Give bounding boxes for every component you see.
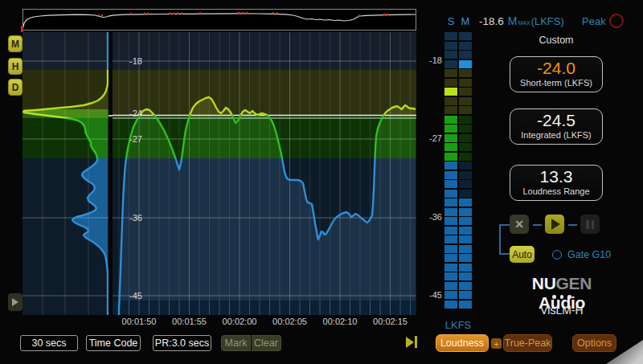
short-term-readout[interactable]: -24.0 Short-term (LKFS)	[510, 56, 603, 92]
play-button[interactable]	[545, 215, 564, 234]
meter-segment	[459, 208, 472, 216]
meter-segment	[444, 291, 457, 299]
meter-segment	[444, 125, 457, 133]
meter-segment	[459, 272, 472, 280]
time-label: 00:02:00	[223, 317, 257, 326]
meter-segment	[444, 88, 457, 96]
play-icon	[12, 298, 18, 306]
time-window-button[interactable]: 30 secs	[20, 335, 78, 351]
pause-button[interactable]	[580, 215, 600, 234]
practical-range-button[interactable]: PR:3.0 secs	[153, 335, 211, 351]
meter-segment	[444, 116, 457, 124]
meter-segment	[444, 171, 457, 179]
meter-segment	[444, 254, 457, 262]
overview-waveform	[23, 10, 416, 30]
mode-button-distribution[interactable]: D	[8, 79, 23, 96]
peak-indicator-lamp[interactable]	[609, 14, 624, 28]
histogram-plot	[23, 32, 109, 315]
meter-segment	[459, 88, 472, 96]
meter-segment	[459, 69, 472, 77]
connector-line	[499, 224, 510, 226]
connector-line	[499, 253, 510, 255]
loudness-overview-strip[interactable]	[23, 9, 416, 31]
meter-segment	[444, 51, 457, 59]
mark-button[interactable]: Mark	[221, 335, 251, 351]
meter-segment	[444, 272, 457, 280]
loudness-range-readout[interactable]: 13.3 Loudness Range	[510, 165, 603, 201]
meter-segment	[444, 282, 457, 290]
auto-button[interactable]: Auto	[510, 246, 534, 263]
scroll-resume-button[interactable]	[8, 293, 23, 311]
meter-scale-label: -18	[420, 55, 442, 65]
history-plot: -18-24-27-36-45	[113, 32, 416, 315]
meter-segment	[444, 227, 457, 235]
reset-button[interactable]: ✕	[510, 215, 529, 234]
level-label: -36	[129, 213, 142, 223]
meter-segment	[459, 162, 472, 170]
play-icon	[551, 219, 560, 230]
meter-segment	[444, 162, 457, 170]
meter-segment	[459, 106, 472, 114]
short-term-label: Short-term (LKFS)	[510, 78, 602, 88]
meter-segment	[459, 97, 472, 105]
meter-segment	[459, 51, 472, 59]
integrated-readout[interactable]: -24.5 Integrated (LKFS)	[510, 108, 603, 145]
gate-radio-button[interactable]	[552, 250, 562, 260]
meter-segment	[444, 106, 457, 114]
meter-segment	[459, 134, 472, 142]
mmax-value: -18.6	[479, 15, 504, 27]
level-label: -18	[129, 56, 142, 66]
meter-segment	[459, 153, 472, 161]
plus-button[interactable]: +	[491, 338, 502, 349]
meter-segment	[444, 301, 457, 309]
level-label: -24	[129, 108, 142, 118]
triangle-icon	[406, 337, 414, 348]
loudness-tab-button[interactable]: Loudness	[436, 334, 489, 352]
connector-line	[499, 224, 501, 255]
pause-icon	[586, 220, 589, 229]
loudness-distribution-histogram[interactable]	[23, 32, 109, 315]
meter-segment	[444, 69, 457, 77]
loudness-range-value: 13.3	[510, 166, 602, 186]
meter-segment	[459, 291, 472, 299]
connector-line	[568, 224, 577, 226]
meter-segment	[459, 254, 472, 262]
meter-scale-label: -45	[420, 290, 442, 300]
peak-label: Peak	[582, 15, 606, 27]
meter-column-label-s: S	[444, 15, 457, 27]
meter-column-label-m: M	[459, 15, 472, 27]
pause-icon	[592, 220, 595, 229]
mode-button-momentary[interactable]: M	[8, 35, 23, 52]
meter-segment	[459, 171, 472, 179]
meter-segment	[459, 60, 472, 68]
timecode-button[interactable]: Time Code	[86, 335, 141, 351]
vislm-plugin-window: M H D -18-24-27-36-45 00:01:5000:01:5500…	[0, 0, 643, 364]
clear-button[interactable]: Clear	[252, 335, 281, 351]
meter-segment	[459, 79, 472, 87]
meter-unit-label: LKFS	[441, 319, 475, 331]
true-peak-tab-button[interactable]: True-Peak	[503, 334, 552, 352]
connector-line	[533, 224, 542, 226]
meter-segment	[459, 116, 472, 124]
mode-button-history[interactable]: H	[8, 58, 23, 75]
loudness-history-graph[interactable]: -18-24-27-36-45	[113, 32, 416, 315]
meter-segment	[444, 42, 457, 50]
meter-segment	[444, 32, 457, 40]
mmax-unit: (LKFS)	[531, 15, 564, 27]
preset-name[interactable]: Custom	[516, 35, 596, 46]
time-label: 00:02:10	[323, 317, 358, 326]
meter-segment	[459, 198, 472, 207]
meter-segment	[444, 190, 457, 198]
logo-gen: GEN	[556, 274, 592, 292]
options-button[interactable]: Options	[572, 334, 616, 352]
meter-segment	[459, 282, 472, 290]
level-label: -27	[129, 134, 142, 144]
meter-segment	[444, 60, 457, 68]
meter-segment	[459, 125, 472, 133]
meter-segment	[459, 143, 472, 151]
meter-segment	[444, 79, 457, 87]
skip-to-end-icon[interactable]	[406, 336, 417, 348]
time-label: 00:02:15	[373, 317, 408, 326]
integrated-label: Integrated (LKFS)	[510, 130, 602, 141]
meter-segment	[459, 301, 472, 309]
